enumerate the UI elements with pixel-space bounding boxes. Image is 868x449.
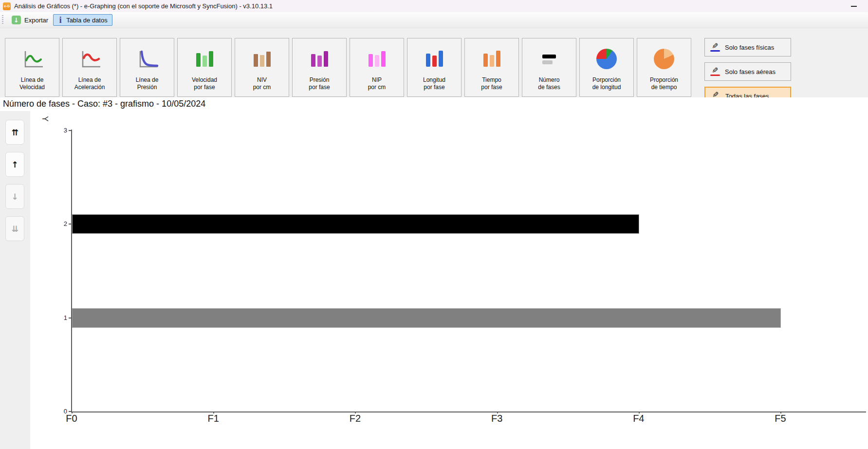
filter-solo-fases-fisicas[interactable]: ✎ Solo fases físicas — [704, 38, 791, 56]
y-tick-3 — [69, 130, 71, 131]
x-tick-label-F4: F4 — [624, 413, 653, 424]
tile-label: NIVpor cm — [253, 76, 271, 91]
tile-velocidad-por-fase[interactable]: Velocidadpor fase — [177, 38, 232, 97]
tile-presion-por-fase[interactable]: Presiónpor fase — [292, 38, 347, 97]
tile-niv-por-cm[interactable]: NIVpor cm — [235, 38, 289, 97]
x-axis-line — [71, 412, 866, 412]
time-pie-chart-icon — [654, 43, 674, 75]
phase-count-bar-chart: Y 0123F0F1F2F3F4F5 — [0, 111, 868, 449]
y-axis-line — [71, 130, 72, 412]
info-icon: i — [58, 16, 63, 24]
y-tick-label-2: 2 — [55, 220, 67, 227]
title-bar: e-G Análisis de Gráficos (*) - e-Graphin… — [0, 0, 868, 12]
x-tick-label-F5: F5 — [766, 413, 795, 424]
length-pie-chart-icon — [596, 43, 617, 75]
tile-label: Velocidadpor fase — [192, 76, 217, 91]
tile-proporcion-de-tiempo[interactable]: Proporciónde tiempo — [637, 38, 691, 97]
tile-label: Porporciónde longitud — [592, 76, 621, 91]
bar-row-1 — [72, 308, 781, 328]
green-bars-icon — [193, 43, 216, 75]
tile-linea-presion[interactable]: Línea dePresión — [120, 38, 174, 97]
tile-nip-por-cm[interactable]: NIPpor cm — [350, 38, 404, 97]
x-tick-label-F2: F2 — [340, 413, 369, 424]
export-button-label: Exportar — [24, 17, 48, 24]
magenta-bars-icon — [308, 43, 331, 75]
y-axis-title: Y — [40, 116, 50, 121]
toolbar-grip-handle[interactable] — [2, 15, 3, 25]
tile-linea-aceleracion[interactable]: Línea deAceleración — [62, 38, 117, 97]
app-window: e-G Análisis de Gráficos (*) - e-Graphin… — [0, 0, 868, 449]
export-button[interactable]: ↓ Exportar — [7, 14, 53, 26]
brown-bars-icon — [251, 43, 273, 75]
y-tick-1 — [69, 318, 71, 318]
tile-label: Línea deAceleración — [74, 76, 105, 91]
window-title: Análisis de Gráficos (*) - e-Graphing (c… — [14, 2, 273, 10]
tile-label: Línea deVelocidad — [19, 76, 45, 91]
tile-label: Númerode fases — [538, 76, 560, 91]
data-table-button[interactable]: i Tabla de datos — [53, 14, 112, 26]
blue-red-bars-icon — [423, 43, 445, 75]
tile-longitud-por-fase[interactable]: Longitudpor fase — [407, 38, 462, 97]
tile-label: Longitudpor fase — [423, 76, 445, 91]
filter-label: Solo fases aéreas — [725, 68, 776, 75]
pencil-red-icon: ✎ — [710, 67, 720, 76]
bar-row-2 — [72, 214, 639, 234]
y-tick-label-1: 1 — [55, 314, 67, 321]
x-tick-label-F0: F0 — [57, 413, 86, 424]
tile-proporcion-de-longitud[interactable]: Porporciónde longitud — [579, 38, 634, 97]
toolbar: ↓ Exportar i Tabla de datos — [0, 12, 868, 28]
tile-label: Proporciónde tiempo — [650, 76, 678, 91]
data-table-button-label: Tabla de datos — [66, 17, 108, 24]
minimize-button[interactable] — [850, 4, 858, 9]
y-tick-0 — [69, 411, 71, 412]
tile-label: NIPpor cm — [368, 76, 386, 91]
filter-label: Solo fases físicas — [725, 44, 774, 51]
filter-solo-fases-aereas[interactable]: ✎ Solo fases aéreas — [704, 62, 791, 81]
export-download-icon: ↓ — [12, 16, 21, 24]
tile-label: Tiempopor fase — [481, 76, 502, 91]
orange-bars-icon — [480, 43, 503, 75]
y-tick-2 — [69, 224, 71, 224]
pressure-line-icon — [134, 43, 160, 75]
tile-linea-velocidad[interactable]: Línea deVelocidad — [5, 38, 59, 97]
x-tick-label-F3: F3 — [482, 413, 512, 424]
x-tick-label-F1: F1 — [199, 413, 228, 424]
y-tick-label-3: 3 — [55, 127, 67, 134]
tile-numero-de-fases[interactable]: Númerode fases — [522, 38, 576, 97]
horizontal-bars-icon — [538, 43, 560, 75]
chart-title: Número de fases - Caso: #3 - grafismo - … — [3, 99, 205, 109]
pink-bars-icon — [366, 43, 388, 75]
tile-tiempo-por-fase[interactable]: Tiempopor fase — [464, 38, 519, 97]
tile-label: Presiónpor fase — [309, 76, 330, 91]
tile-label: Línea dePresión — [136, 76, 159, 91]
velocity-line-icon — [19, 43, 45, 75]
pencil-blue-icon: ✎ — [710, 43, 720, 52]
app-icon: e-G — [3, 2, 11, 10]
acceleration-line-icon — [77, 43, 102, 75]
